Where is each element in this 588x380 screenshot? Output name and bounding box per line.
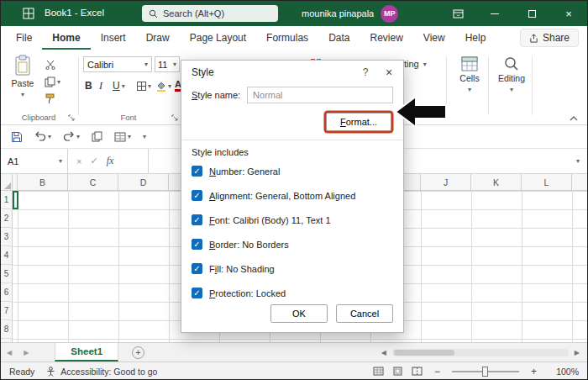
fill-color-button[interactable]: ▾ bbox=[155, 78, 171, 93]
copy-button[interactable]: ▾ bbox=[45, 77, 60, 87]
style-include-row[interactable]: ✓Font: Calibri (Body) 11, Text 1 bbox=[181, 208, 403, 232]
collapse-ribbon-button[interactable] bbox=[569, 115, 579, 121]
ok-button[interactable]: OK bbox=[270, 304, 328, 323]
sheet-tab-sheet1[interactable]: Sheet1 bbox=[55, 343, 118, 362]
style-include-row[interactable]: ✓Border: No Borders bbox=[181, 232, 403, 256]
page-break-view-button[interactable] bbox=[412, 367, 423, 376]
font-size-select[interactable]: 11 ▾ bbox=[155, 56, 180, 72]
insert-function-button[interactable]: fx bbox=[107, 155, 114, 167]
column-header-k[interactable]: K bbox=[471, 174, 522, 190]
scroll-left-button[interactable]: ◀ bbox=[377, 349, 391, 356]
checkbox-icon[interactable]: ✓ bbox=[192, 214, 202, 225]
share-icon bbox=[529, 34, 538, 43]
checkbox-icon[interactable]: ✓ bbox=[192, 166, 202, 177]
column-header-l[interactable]: L bbox=[522, 174, 572, 190]
row-header-8[interactable]: 8 bbox=[1, 320, 12, 339]
column-header-b[interactable]: B bbox=[18, 174, 68, 190]
column-header-j[interactable]: J bbox=[421, 174, 471, 190]
sheet-nav-right-button[interactable]: ▶ bbox=[18, 349, 34, 356]
tab-home[interactable]: Home bbox=[42, 27, 90, 50]
maximize-button[interactable] bbox=[513, 1, 550, 26]
zoom-in-button[interactable]: + bbox=[528, 366, 540, 377]
style-include-row[interactable]: ✓Protection: Locked bbox=[181, 281, 403, 305]
checkbox-icon[interactable]: ✓ bbox=[192, 190, 202, 201]
minimize-button[interactable] bbox=[476, 1, 513, 26]
style-name-input[interactable] bbox=[247, 87, 393, 103]
tab-draw[interactable]: Draw bbox=[136, 27, 180, 50]
row-header-3[interactable]: 3 bbox=[1, 228, 12, 246]
scrollbar-thumb[interactable] bbox=[394, 350, 454, 356]
close-button[interactable]: × bbox=[550, 1, 587, 26]
row-header-4[interactable]: 4 bbox=[1, 246, 12, 265]
undo-button[interactable]: ▾ bbox=[29, 129, 56, 145]
font-dialog-launcher[interactable] bbox=[171, 114, 178, 121]
accessibility-status[interactable]: Accessibility: Good to go bbox=[60, 367, 157, 377]
borders-button[interactable]: ▾ bbox=[137, 78, 151, 93]
chevron-down-icon: ▾ bbox=[173, 61, 176, 68]
clipboard-dialog-launcher[interactable] bbox=[68, 114, 75, 121]
horizontal-scrollbar[interactable]: ◀ ▶ bbox=[377, 349, 584, 356]
row-header-6[interactable]: 6 bbox=[1, 283, 12, 302]
checkbox-icon[interactable]: ✓ bbox=[192, 288, 202, 298]
copy-button[interactable] bbox=[87, 129, 108, 145]
tab-view[interactable]: View bbox=[413, 27, 455, 50]
tab-insert[interactable]: Insert bbox=[91, 27, 136, 50]
underline-button[interactable]: U ▾ bbox=[113, 78, 125, 93]
zoom-slider-handle[interactable] bbox=[482, 367, 488, 377]
cells-group-button[interactable]: Cells ▾ bbox=[453, 56, 486, 93]
bold-button[interactable]: B bbox=[85, 78, 92, 93]
row-header-7[interactable]: 7 bbox=[1, 302, 12, 320]
ribbon-display-options-button[interactable] bbox=[439, 1, 476, 26]
search-box[interactable]: Search (Alt+Q) bbox=[142, 5, 278, 22]
customize-qat-button[interactable]: ▾ bbox=[138, 130, 151, 143]
font-name-select[interactable]: Calibri ▾ bbox=[83, 56, 152, 72]
table-button[interactable]: ▾ bbox=[109, 129, 136, 145]
tab-file[interactable]: File bbox=[6, 27, 42, 50]
cut-button[interactable] bbox=[45, 60, 56, 70]
tab-data[interactable]: Data bbox=[318, 27, 360, 50]
row-header-5[interactable]: 5 bbox=[1, 265, 12, 283]
format-button[interactable]: Format... bbox=[326, 113, 391, 131]
style-include-row[interactable]: ✓Number: General bbox=[181, 159, 403, 183]
editing-group-button[interactable]: Editing ▾ bbox=[495, 56, 528, 93]
avatar[interactable]: MP bbox=[381, 5, 398, 23]
enter-entry-button[interactable]: ✓ bbox=[90, 156, 97, 166]
italic-button[interactable]: I bbox=[99, 78, 102, 93]
tab-page-layout[interactable]: Page Layout bbox=[180, 27, 256, 50]
save-button[interactable] bbox=[6, 129, 28, 145]
style-include-row[interactable]: ✓Alignment: General, Bottom Aligned bbox=[181, 183, 403, 208]
share-button[interactable]: Share bbox=[520, 29, 579, 47]
add-sheet-button[interactable]: + bbox=[132, 346, 144, 359]
redo-button[interactable]: ▾ bbox=[58, 129, 85, 145]
row-header-2[interactable]: 2 bbox=[1, 209, 12, 228]
paste-button[interactable]: Paste ▾ bbox=[6, 55, 39, 98]
checkbox-icon[interactable]: ✓ bbox=[192, 239, 202, 250]
sheet-nav-left-button[interactable]: ◀ bbox=[1, 349, 18, 356]
style-include-row[interactable]: ✓Fill: No Shading bbox=[181, 256, 403, 281]
expand-formula-bar-button[interactable]: ▾ bbox=[569, 149, 587, 173]
normal-view-button[interactable] bbox=[373, 367, 384, 376]
tab-help[interactable]: Help bbox=[455, 27, 496, 50]
column-header-d[interactable]: D bbox=[118, 174, 169, 190]
select-all-button[interactable] bbox=[1, 174, 13, 190]
cancel-entry-button[interactable]: × bbox=[76, 156, 81, 166]
row-header-1[interactable]: 1 bbox=[1, 191, 12, 209]
dialog-close-button[interactable]: × bbox=[376, 66, 402, 79]
account-area[interactable]: mounika pinapala MP bbox=[302, 1, 398, 26]
scrollbar-track[interactable] bbox=[392, 349, 569, 356]
dialog-help-button[interactable]: ? bbox=[354, 66, 376, 78]
scroll-right-button[interactable]: ▶ bbox=[570, 349, 584, 356]
column-header-c[interactable]: C bbox=[68, 174, 118, 190]
tab-formulas[interactable]: Formulas bbox=[256, 27, 318, 50]
cancel-button[interactable]: Cancel bbox=[336, 304, 393, 323]
page-layout-view-button[interactable] bbox=[392, 367, 403, 376]
format-painter-button[interactable] bbox=[45, 93, 55, 104]
chevron-down-icon: ▾ bbox=[576, 157, 580, 165]
zoom-slider[interactable] bbox=[452, 371, 519, 372]
tab-review[interactable]: Review bbox=[360, 27, 412, 50]
excel-window: Book1 - Excel Search (Alt+Q) mounika pin… bbox=[0, 0, 588, 380]
zoom-level[interactable]: 100% bbox=[549, 367, 579, 377]
name-box[interactable]: A1 ▾ bbox=[1, 149, 68, 173]
zoom-out-button[interactable]: − bbox=[431, 366, 444, 377]
checkbox-icon[interactable]: ✓ bbox=[192, 263, 202, 274]
